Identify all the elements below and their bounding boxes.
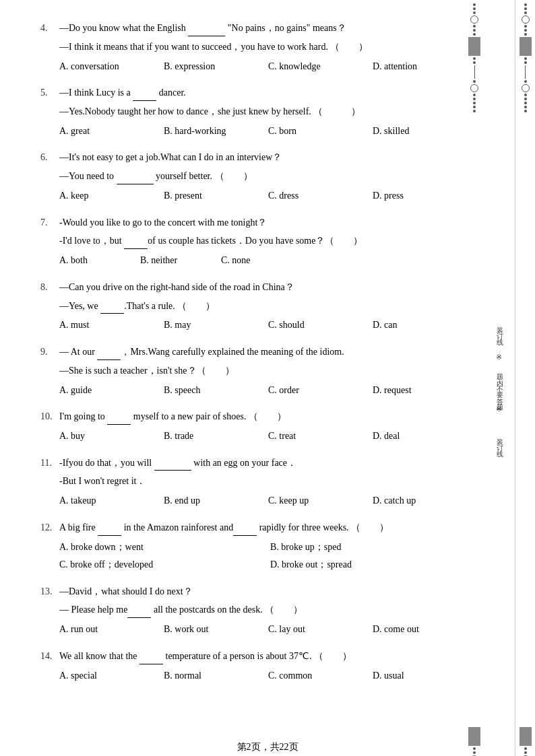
q8-text2: —Yes, we .That's a rule. （ ） bbox=[59, 298, 481, 314]
q6-options: A. keep B. present C. dress D. press bbox=[40, 187, 481, 205]
question-14: 14. We all know that the temperature of … bbox=[40, 648, 481, 685]
vert-text-9: 答 bbox=[495, 392, 505, 393]
q7-num: 7. bbox=[40, 215, 59, 231]
q11-opt-c: C. keep up bbox=[268, 492, 373, 510]
q6-opt-d: D. press bbox=[373, 187, 477, 205]
line bbox=[525, 65, 526, 79]
q4-opt-d: D. attention bbox=[373, 58, 477, 76]
q7-opt-c: C. none bbox=[221, 252, 302, 270]
dot bbox=[473, 57, 476, 60]
q10-text1: I'm going to myself to a new pair of sho… bbox=[59, 409, 481, 425]
q6-line1: 6. —It's not easy to get a job.What can … bbox=[40, 149, 481, 166]
vert-text-1: 装 bbox=[495, 321, 505, 322]
q4-text2: —I think it means that if you want to su… bbox=[59, 39, 481, 55]
q7-line2: -I'd love to，but of us couple has ticket… bbox=[40, 233, 481, 249]
dot bbox=[473, 80, 476, 83]
q10-opt-b: B. trade bbox=[164, 427, 268, 446]
q9-line2: —She is such a teacher，isn't she？（ ） bbox=[40, 363, 481, 379]
q8-options: A. must B. may C. should D. can bbox=[40, 316, 481, 335]
vert-text-14: 线 bbox=[495, 445, 505, 446]
dot bbox=[473, 106, 476, 108]
q7-options: A. both B. neither C. none bbox=[40, 252, 481, 270]
q12-num: 12. bbox=[40, 520, 59, 536]
vert-text-13: 订 bbox=[495, 439, 505, 440]
dot bbox=[524, 7, 527, 10]
rect-mark bbox=[468, 37, 480, 56]
side-strip-left bbox=[464, 0, 484, 756]
q5-opt-a: A. great bbox=[59, 123, 164, 141]
q13-text1: —David，what should I do next？ bbox=[59, 584, 481, 600]
q12-line1: 12. A big fire in the Amazon rainforest … bbox=[40, 520, 481, 536]
q11-num: 11. bbox=[40, 455, 59, 471]
q5-options: A. great B. hard-working C. born D. skil… bbox=[40, 123, 481, 141]
q5-text2: —Yes.Nobody taught her how to dance，she … bbox=[59, 104, 481, 120]
dot bbox=[524, 98, 527, 100]
question-10: 10. I'm going to myself to a new pair of… bbox=[40, 409, 481, 445]
rect-mark bbox=[520, 37, 532, 56]
dot bbox=[473, 29, 476, 32]
vert-text-2: 订 bbox=[495, 327, 505, 328]
line bbox=[474, 65, 475, 79]
dot bbox=[524, 25, 527, 28]
q13-opt-d: D. come out bbox=[373, 621, 477, 639]
q5-line2: —Yes.Nobody taught her how to dance，she … bbox=[40, 104, 481, 120]
q4-num: 4. bbox=[40, 20, 59, 36]
dot bbox=[524, 57, 527, 60]
q5-num: 5. bbox=[40, 85, 59, 101]
q4-opt-b: B. expression bbox=[164, 58, 268, 76]
dot bbox=[473, 94, 476, 96]
q4-opt-c: C. knowledge bbox=[268, 58, 373, 76]
q9-num: 9. bbox=[40, 344, 59, 360]
q13-text2: — Please help me all the postcards on th… bbox=[59, 602, 481, 618]
vert-text-7: 不 bbox=[495, 380, 505, 381]
page: 4. —Do you know what the English "No pai… bbox=[0, 0, 535, 756]
q14-num: 14. bbox=[40, 648, 59, 664]
q11-text1: -Ifyou do that，you will with an egg on y… bbox=[59, 455, 481, 471]
q4-opt-a: A. conversation bbox=[59, 58, 164, 76]
q7-line1: 7. -Would you like to go to the concert … bbox=[40, 215, 481, 231]
q4-line1: 4. —Do you know what the English "No pai… bbox=[40, 20, 481, 36]
dot bbox=[473, 110, 476, 112]
dot bbox=[473, 25, 476, 28]
q6-opt-b: B. present bbox=[164, 187, 268, 205]
circle bbox=[470, 84, 478, 92]
rect-mark bbox=[520, 727, 532, 746]
q10-num: 10. bbox=[40, 409, 59, 425]
dot bbox=[524, 102, 527, 104]
q4-text1: —Do you know what the English "No pains，… bbox=[59, 20, 481, 36]
q9-opt-b: B. speech bbox=[164, 382, 268, 400]
q13-opt-c: C. lay out bbox=[268, 621, 373, 639]
vert-text-3: 线 bbox=[495, 333, 505, 334]
q5-text1: —I think Lucy is a dancer. bbox=[59, 85, 481, 101]
q8-line1: 8. —Can you drive on the right-hand side… bbox=[40, 279, 481, 296]
q6-text2: —You need to yourself better. （ ） bbox=[59, 168, 481, 184]
dot bbox=[524, 11, 527, 14]
dot bbox=[524, 751, 527, 754]
q6-line2: —You need to yourself better. （ ） bbox=[40, 168, 481, 184]
q14-opt-b: B. normal bbox=[164, 667, 268, 685]
dot bbox=[524, 33, 527, 36]
dot bbox=[473, 98, 476, 100]
q12-text1: A big fire in the Amazon rainforest and … bbox=[59, 520, 481, 536]
dot bbox=[473, 33, 476, 36]
q14-line1: 14. We all know that the temperature of … bbox=[40, 648, 481, 664]
dot bbox=[473, 3, 476, 6]
dot bbox=[524, 61, 527, 64]
dot bbox=[473, 751, 476, 754]
dot bbox=[473, 747, 476, 750]
q12-opt-c: C. broke off；developed bbox=[59, 556, 270, 574]
question-6: 6. —It's not easy to get a job.What can … bbox=[40, 149, 481, 205]
q13-options: A. run out B. work out C. lay out D. com… bbox=[40, 621, 481, 639]
q4-line2: —I think it means that if you want to su… bbox=[40, 39, 481, 55]
rect-mark bbox=[468, 727, 480, 746]
q4-options: A. conversation B. expression C. knowled… bbox=[40, 58, 481, 76]
question-7: 7. -Would you like to go to the concert … bbox=[40, 215, 481, 270]
q9-line1: 9. — At our ，Mrs.Wang carefully explaine… bbox=[40, 344, 481, 360]
q14-text1: We all know that the temperature of a pe… bbox=[59, 648, 481, 664]
q5-opt-b: B. hard-working bbox=[164, 123, 268, 141]
circle bbox=[470, 15, 478, 24]
q13-line2: — Please help me all the postcards on th… bbox=[40, 602, 481, 618]
vert-text-8: 要 bbox=[495, 386, 505, 387]
question-13: 13. —David，what should I do next？ — Plea… bbox=[40, 584, 481, 639]
q8-line2: —Yes, we .That's a rule. （ ） bbox=[40, 298, 481, 314]
